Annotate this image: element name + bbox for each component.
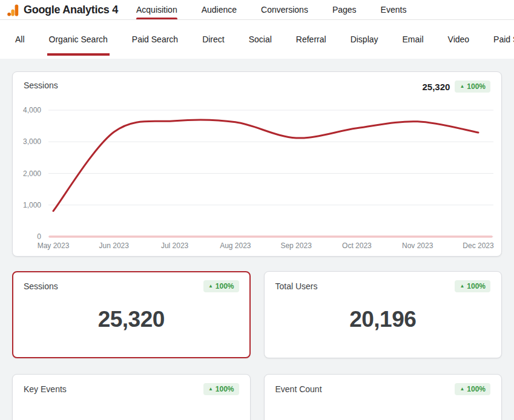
svg-text:Sep 2023: Sep 2023 (280, 241, 312, 250)
brand: Google Analytics 4 (7, 4, 118, 16)
top-nav: Google Analytics 4 AcquisitionAudienceCo… (0, 0, 514, 20)
svg-text:Aug 2023: Aug 2023 (220, 241, 251, 250)
channel-tab-email[interactable]: Email (403, 20, 424, 59)
stat-value: 20,196 (275, 307, 491, 332)
svg-text:Jun 2023: Jun 2023 (99, 241, 130, 250)
up-arrow-icon: ▲ (208, 284, 213, 289)
chart-total-value: 25,320 (422, 82, 450, 92)
stat-card-header: Event Count▲100% (275, 383, 491, 395)
svg-text:1,000: 1,000 (23, 201, 41, 209)
chart-card-header: Sessions 25,320 ▲ 100% (13, 72, 501, 99)
change-value: 100% (467, 82, 486, 91)
up-arrow-icon: ▲ (460, 284, 464, 289)
change-badge: ▲100% (203, 383, 239, 395)
channel-tab-social[interactable]: Social (249, 20, 272, 59)
tab-audience[interactable]: Audience (202, 0, 237, 19)
change-value: 100% (216, 385, 234, 393)
stat-label: Total Users (275, 281, 318, 291)
svg-text:Jul 2023: Jul 2023 (161, 241, 189, 250)
channel-tab-paid-social[interactable]: Paid Social (493, 20, 514, 59)
chart-title: Sessions (24, 80, 58, 90)
up-arrow-icon: ▲ (460, 84, 464, 89)
sessions-line-chart: 01,0002,0003,0004,000May 2023Jun 2023Jul… (13, 99, 501, 251)
change-value: 100% (216, 282, 234, 290)
google-analytics-logo-icon (7, 4, 19, 16)
sessions-chart-card: Sessions 25,320 ▲ 100% 01,0002,0003,0004… (12, 71, 502, 257)
svg-text:Oct 2023: Oct 2023 (342, 241, 372, 250)
stat-label: Sessions (24, 281, 58, 291)
svg-text:Nov 2023: Nov 2023 (402, 241, 433, 250)
svg-text:May 2023: May 2023 (38, 241, 70, 250)
tab-conversions[interactable]: Conversions (261, 0, 308, 19)
channel-tab-display[interactable]: Display (351, 20, 378, 59)
tab-events[interactable]: Events (381, 0, 407, 19)
stat-card-header: Key Events▲100% (24, 383, 239, 395)
change-value: 100% (467, 282, 486, 290)
change-badge: ▲100% (203, 280, 239, 292)
main-content: Sessions 25,320 ▲ 100% 01,0002,0003,0004… (0, 59, 514, 420)
svg-text:Dec 2023: Dec 2023 (463, 241, 494, 250)
change-badge: ▲100% (455, 383, 490, 395)
change-badge: ▲100% (455, 280, 490, 292)
channel-tab-direct[interactable]: Direct (202, 20, 225, 59)
stat-card-header: Sessions▲100% (24, 280, 239, 292)
channel-nav: AllOrganic SearchPaid SearchDirectSocial… (0, 20, 514, 59)
stat-label: Key Events (24, 384, 67, 394)
stats-grid: Sessions▲100%25,320Total Users▲100%20,19… (12, 271, 502, 420)
stat-card-event-count[interactable]: Event Count▲100% (264, 374, 502, 420)
stat-card-total-users[interactable]: Total Users▲100%20,196 (264, 271, 502, 358)
change-badge: ▲ 100% (455, 80, 490, 93)
stat-label: Event Count (275, 384, 322, 394)
up-arrow-icon: ▲ (208, 387, 213, 392)
svg-text:3,000: 3,000 (23, 137, 41, 146)
channel-tab-video[interactable]: Video (448, 20, 470, 59)
stat-card-key-events[interactable]: Key Events▲100% (12, 374, 251, 420)
svg-text:2,000: 2,000 (23, 169, 41, 178)
svg-text:4,000: 4,000 (23, 106, 41, 114)
stat-value: 25,320 (24, 307, 239, 332)
stat-card-header: Total Users▲100% (275, 280, 491, 292)
svg-text:0: 0 (37, 232, 41, 241)
tab-pages[interactable]: Pages (332, 0, 357, 19)
change-value: 100% (467, 385, 486, 393)
stat-card-sessions[interactable]: Sessions▲100%25,320 (12, 271, 251, 358)
up-arrow-icon: ▲ (460, 387, 464, 392)
channel-tab-organic-search[interactable]: Organic Search (49, 20, 108, 59)
app-title: Google Analytics 4 (24, 4, 118, 16)
channel-tab-paid-search[interactable]: Paid Search (132, 20, 178, 59)
chart-kpi: 25,320 ▲ 100% (422, 80, 490, 93)
top-tabs: AcquisitionAudienceConversionsPagesEvent… (136, 0, 406, 19)
channel-tab-all[interactable]: All (15, 20, 25, 59)
tab-acquisition[interactable]: Acquisition (136, 0, 177, 19)
channel-tab-referral[interactable]: Referral (296, 20, 326, 59)
